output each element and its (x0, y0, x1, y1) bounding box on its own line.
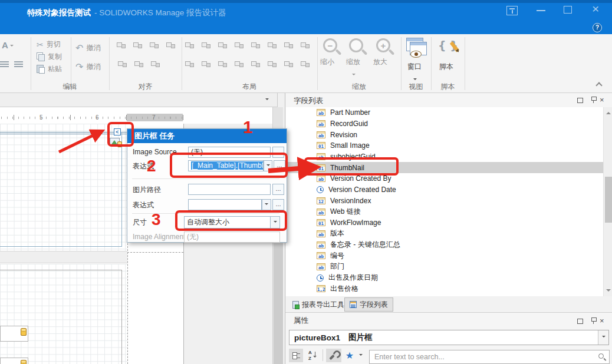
bound-cell[interactable] (0, 326, 28, 342)
spacing-increase-vertical-icon[interactable] (201, 59, 211, 69)
center-horizontally-icon[interactable] (251, 59, 261, 69)
center-vertically-icon[interactable] (267, 59, 277, 69)
zoom-in-button[interactable]: + 放大 (376, 38, 390, 67)
field-list-item[interactable]: 版本 (286, 229, 603, 240)
picture-path-browse-button[interactable]: ... (272, 184, 284, 195)
justify-icon[interactable] (0, 61, 9, 68)
close-panel-icon[interactable]: × (600, 317, 604, 325)
cut-button[interactable]: ✂ 剪切 (37, 39, 61, 49)
tab-field-list[interactable]: 字段列表 (344, 297, 393, 312)
spacing-equal-vertical-icon[interactable] (185, 59, 195, 69)
object-selector-combo[interactable]: pictureBox1 图片框 (289, 330, 609, 345)
strip-dropdown-icon[interactable] (265, 98, 269, 102)
undo-button[interactable]: ↶ 撤消 (75, 42, 100, 54)
collapse-ribbon-icon[interactable] (595, 82, 602, 88)
window-button[interactable]: 窗口 (405, 38, 427, 84)
align-tops-icon[interactable] (117, 59, 127, 69)
size-same-width-icon[interactable] (201, 41, 211, 50)
align-middles-icon[interactable] (134, 59, 144, 69)
close-icon[interactable]: × (592, 2, 599, 16)
smart-tag-button[interactable]: < (114, 128, 121, 135)
field-list-item[interactable]: Web 链接 (286, 206, 603, 217)
selected-table-element[interactable] (0, 132, 122, 247)
send-to-back-icon[interactable] (300, 59, 310, 69)
field-list-item[interactable]: 备忘录 - 关键信息汇总 (286, 239, 603, 250)
band-separator[interactable] (0, 251, 127, 263)
float-panel-icon[interactable] (577, 319, 583, 324)
image-source-field[interactable]: (无) (188, 147, 271, 158)
bound-cell[interactable] (0, 358, 28, 364)
help-icon[interactable]: ? (593, 23, 602, 32)
table-element[interactable] (0, 270, 122, 364)
field-list-scrollbar[interactable] (603, 107, 612, 296)
search-input[interactable] (374, 352, 587, 362)
combo-dropdown-icon[interactable] (598, 330, 608, 345)
expression-dropdown-button[interactable] (264, 160, 272, 171)
maximize-icon[interactable] (564, 6, 572, 14)
field-list-item[interactable]: ThumbNail (286, 162, 603, 173)
bring-to-front-icon[interactable] (284, 59, 294, 69)
expression2-field[interactable] (188, 199, 262, 210)
field-list-item[interactable]: Version Created By (286, 173, 603, 184)
spacing-equal-horizontal-icon[interactable] (251, 41, 261, 50)
paste-button[interactable]: 粘贴 (37, 64, 62, 74)
align-rights-icon[interactable] (166, 41, 176, 50)
size-combo[interactable]: 自动调整大小 (184, 216, 280, 229)
font-color-icon[interactable]: A (2, 40, 14, 50)
scroll-down-icon[interactable] (606, 289, 611, 294)
field-list-item[interactable]: RecordGuid (286, 118, 603, 130)
field-list-item[interactable]: Small Image (286, 140, 603, 151)
field-list-item[interactable]: WorkFlowImage (286, 217, 603, 229)
minimize-icon[interactable] (537, 10, 545, 11)
script-button[interactable]: 脚本 (437, 38, 458, 72)
field-list-item[interactable]: Revision (286, 129, 603, 140)
expression-editor-button[interactable]: ... (274, 160, 285, 171)
scrollbar-thumb[interactable] (605, 177, 612, 223)
search-icon[interactable] (598, 353, 606, 361)
spacing-increase-horizontal-icon[interactable] (267, 41, 277, 50)
expression2-dropdown-button[interactable] (262, 199, 271, 210)
size-same-size-icon[interactable] (234, 41, 244, 50)
favorites-dropdown[interactable] (357, 349, 365, 362)
field-list-item[interactable]: 出售及作废日期 (286, 272, 603, 283)
align-to-grid-icon[interactable] (116, 41, 126, 50)
picture-path-field[interactable] (188, 184, 271, 195)
scrollbar-thumb[interactable] (274, 243, 283, 364)
image-source-browse-button[interactable]: ... (272, 147, 284, 158)
close-panel-icon[interactable]: × (600, 96, 604, 104)
spacing-decrease-vertical-icon[interactable] (218, 59, 228, 69)
field-list-item[interactable]: 部门 (286, 262, 603, 273)
field-list-item[interactable]: 出售价格 (286, 283, 603, 294)
scroll-up-icon[interactable] (606, 110, 611, 114)
favorites-button[interactable]: ★ (344, 349, 356, 362)
copy-button[interactable]: 复制 (37, 52, 62, 62)
spacing-remove-horizontal-icon[interactable] (300, 41, 310, 50)
zoom-out-button[interactable]: − 缩小 (323, 38, 337, 67)
align-lefts-icon[interactable] (133, 41, 143, 50)
expression-field[interactable]: [_Main_Table].[ThumbN (188, 160, 264, 171)
align-centers-icon[interactable] (149, 41, 159, 50)
pin-panel-icon[interactable] (591, 317, 596, 325)
field-list-item[interactable]: Part Number (286, 107, 603, 118)
spacing-decrease-horizontal-icon[interactable] (284, 41, 294, 50)
tab-report-export-tool[interactable]: 报表导出工具 (288, 298, 349, 311)
restore-window-icon[interactable] (506, 6, 518, 15)
field-list-item[interactable]: 编号 (286, 250, 603, 262)
pin-panel-icon[interactable] (591, 97, 596, 104)
size-to-grid-icon[interactable] (185, 41, 195, 50)
float-panel-icon[interactable] (577, 98, 583, 103)
spacing-remove-vertical-icon[interactable] (234, 59, 244, 69)
categorized-view-button[interactable] (289, 349, 303, 362)
zoom-select-button[interactable]: 缩放 (349, 38, 363, 80)
field-list-item[interactable]: Version Created Date (286, 184, 603, 196)
justify-all-icon[interactable] (14, 61, 23, 68)
alphabetical-sort-button[interactable] (305, 349, 320, 362)
size-dropdown-icon[interactable] (270, 216, 280, 229)
field-list-item[interactable]: VersionIndex (286, 196, 603, 207)
size-same-height-icon[interactable] (218, 41, 228, 50)
field-list-item[interactable]: subobjectGuid (286, 151, 603, 163)
expression2-editor-button[interactable]: ... (272, 199, 284, 210)
redo-button[interactable]: ↷ 撤消 (75, 61, 100, 72)
settings-button[interactable] (326, 349, 341, 362)
align-bottoms-icon[interactable] (150, 59, 160, 69)
